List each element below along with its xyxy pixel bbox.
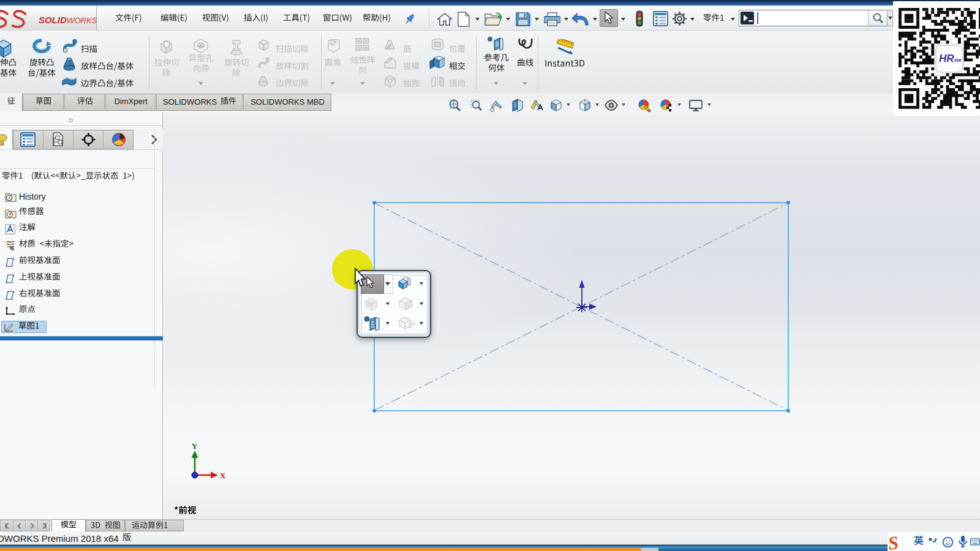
svg-text:Y: Y [192,444,198,451]
svg-text:X: X [220,471,226,480]
